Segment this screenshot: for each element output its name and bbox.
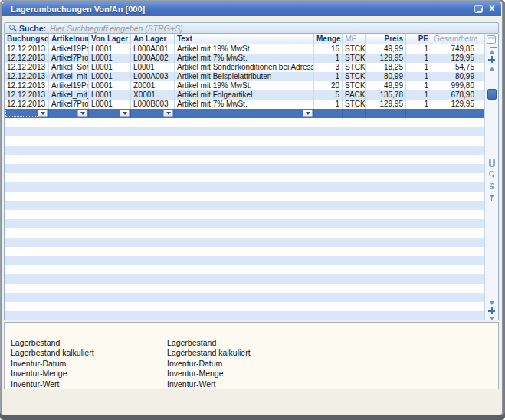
- table-cell: 129,95: [366, 54, 406, 63]
- empty-row[interactable]: [5, 155, 484, 164]
- table-cell: Artikel mit 7% MwSt.: [175, 100, 314, 109]
- table-cell: Artikel19Prozen: [49, 81, 89, 90]
- chevron-down-icon[interactable]: [38, 110, 48, 117]
- column-header-an-lager[interactable]: An Lager: [131, 34, 175, 44]
- table-row[interactable]: 12.12.2013Artikel19ProzenL0001L000A001Ar…: [5, 44, 484, 54]
- empty-row[interactable]: [5, 293, 484, 302]
- grid-area: BuchungsdatumArtikelnummerVon LagerAn La…: [5, 34, 484, 320]
- table-cell: Artikel mit 7% MwSt.: [175, 54, 314, 63]
- scroll-to-top-icon[interactable]: [487, 46, 497, 54]
- column-header-buchungsdatum[interactable]: Buchungsdatum: [5, 34, 49, 44]
- table-cell: 12.12.2013: [5, 100, 49, 109]
- empty-row[interactable]: [5, 210, 484, 219]
- chevron-down-icon[interactable]: [163, 110, 173, 117]
- empty-row[interactable]: [5, 311, 484, 320]
- empty-row[interactable]: [5, 136, 484, 146]
- table-cell: 49,99: [366, 44, 406, 54]
- table-row[interactable]: 12.12.2013Artikel7ProzentL0001L000A002Ar…: [5, 54, 484, 63]
- scale-icon[interactable]: 96: [487, 182, 497, 190]
- column-header-me[interactable]: ME: [343, 34, 366, 44]
- table-cell: 1: [406, 81, 431, 90]
- card-view-icon[interactable]: [487, 159, 497, 167]
- close-icon[interactable]: X: [487, 4, 497, 13]
- table-cell: [406, 109, 431, 118]
- table-cell: 129,95: [366, 100, 406, 109]
- column-header-menge[interactable]: Menge: [314, 34, 343, 44]
- table-cell: [49, 109, 89, 118]
- column-header-preis[interactable]: Preis: [366, 34, 406, 44]
- table-cell: [477, 44, 484, 54]
- table-cell: [477, 109, 484, 118]
- table-cell: [366, 109, 406, 118]
- table-cell: PACK: [343, 90, 366, 100]
- table-cell: 12.12.2013: [5, 54, 49, 63]
- restore-icon[interactable]: [474, 5, 483, 13]
- search-input[interactable]: [50, 24, 495, 33]
- table-row[interactable]: 12.12.2013Artikel_mit_FolgL0001X0001Arti…: [5, 90, 484, 100]
- table-cell: 749,85: [431, 44, 477, 54]
- empty-row[interactable]: [5, 247, 484, 256]
- table-cell: 1: [314, 100, 343, 109]
- table-cell: 1: [406, 44, 431, 54]
- table-cell: 12.12.2013: [5, 44, 49, 54]
- table-cell: 1: [406, 100, 431, 109]
- chevron-down-icon[interactable]: [77, 110, 87, 117]
- chevron-down-icon[interactable]: [303, 110, 313, 117]
- table-row[interactable]: 12.12.2013Artikel19ProzenL0001Z0001Artik…: [5, 81, 484, 90]
- empty-row[interactable]: [5, 164, 484, 173]
- column-header-text[interactable]: Text: [175, 34, 314, 44]
- table-cell: L0001: [89, 90, 131, 100]
- table-row[interactable]: 12.12.2013Artikel_mit_AttrL0001L000A003A…: [5, 72, 484, 81]
- add-position-icon[interactable]: [487, 55, 497, 64]
- table-cell: 12.12.2013: [5, 81, 49, 90]
- table-cell: 5: [314, 90, 343, 100]
- empty-row[interactable]: [5, 274, 484, 284]
- table-cell: 135,78: [366, 90, 406, 100]
- chevron-down-icon[interactable]: [120, 110, 130, 117]
- column-header-gesamtbetrag[interactable]: Gesamtbetrag: [431, 34, 477, 44]
- table-row[interactable]: 12.12.2013Artikel_SonderkL0001L0001Artik…: [5, 63, 484, 72]
- table-cell: [477, 54, 484, 63]
- column-header-von-lager[interactable]: Von Lager: [89, 34, 131, 44]
- column-header-pe[interactable]: PE: [406, 34, 431, 44]
- inventory-label-column: LagerbestandLagerbestand kalkuliertInven…: [11, 338, 94, 389]
- table-cell: [89, 109, 131, 118]
- search-list-icon[interactable]: [487, 170, 497, 179]
- empty-row[interactable]: [5, 265, 484, 274]
- window-frame: Lagerumbuchungen Von/An [000] X Suche: B…: [0, 0, 505, 420]
- table-cell: 1: [406, 63, 431, 72]
- inventory-label-column: LagerbestandLagerbestand kalkuliertInven…: [167, 338, 251, 389]
- table-cell: 1: [314, 72, 343, 81]
- new-entry-row[interactable]: [5, 109, 484, 118]
- search-bar[interactable]: Suche:: [4, 22, 499, 34]
- empty-row[interactable]: [5, 219, 484, 228]
- empty-row[interactable]: [5, 182, 484, 192]
- empty-row[interactable]: [5, 302, 484, 311]
- inventory-label: Inventur-Wert: [167, 379, 251, 389]
- empty-row[interactable]: [5, 256, 484, 265]
- table-body: 12.12.2013Artikel19ProzenL0001L000A001Ar…: [5, 44, 484, 320]
- empty-row[interactable]: [5, 228, 484, 238]
- table-cell: 20: [314, 81, 343, 90]
- inventory-label: Lagerbestand kalkuliert: [11, 348, 94, 358]
- scrollbar[interactable]: 96: [484, 34, 498, 320]
- scroll-thumb[interactable]: [487, 89, 497, 100]
- table-cell: Artikel mit Sonderkonditionen bei Adress…: [175, 63, 314, 72]
- table-cell: L0001: [89, 81, 131, 90]
- filter-icon[interactable]: [487, 193, 497, 202]
- table-row[interactable]: 12.12.2013Artikel7ProzentL0001L000B003Ar…: [5, 100, 484, 109]
- empty-row[interactable]: [5, 118, 484, 127]
- table-cell: Artikel_mit_Attr: [49, 72, 89, 81]
- column-options-icon[interactable]: [487, 35, 496, 44]
- table-cell: 1: [406, 54, 431, 63]
- empty-row[interactable]: [5, 173, 484, 182]
- empty-row[interactable]: [5, 201, 484, 210]
- empty-row[interactable]: [5, 192, 484, 201]
- empty-row[interactable]: [5, 238, 484, 247]
- scroll-up-icon[interactable]: [487, 64, 497, 73]
- empty-row[interactable]: [5, 146, 484, 155]
- empty-row[interactable]: [5, 127, 484, 136]
- inventory-label: Lagerbestand: [167, 338, 251, 348]
- column-header-artikelnummer[interactable]: Artikelnummer: [49, 34, 89, 44]
- empty-row[interactable]: [5, 284, 484, 293]
